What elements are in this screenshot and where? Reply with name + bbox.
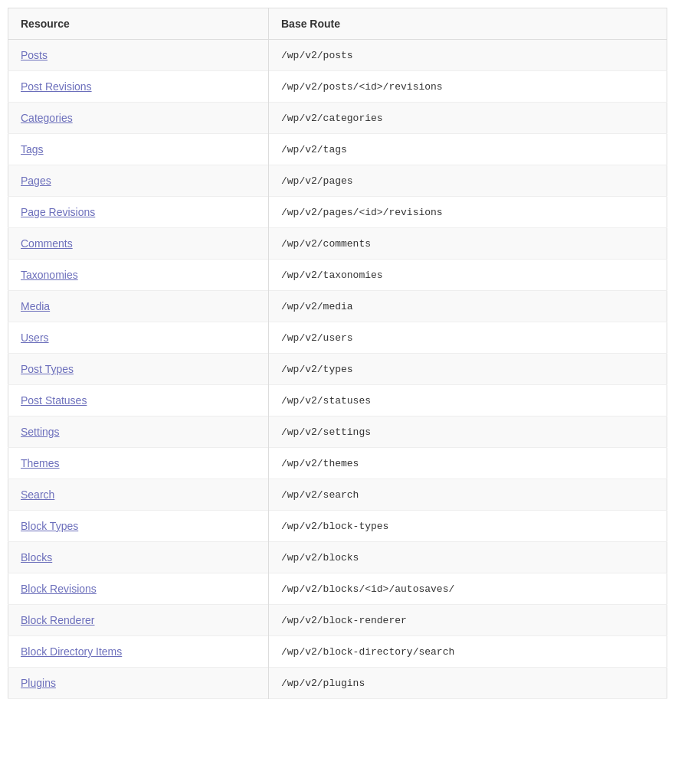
resource-link[interactable]: Search (21, 488, 54, 501)
route-cell: /wp/v2/types (269, 354, 667, 385)
route-cell: /wp/v2/plugins (269, 668, 667, 699)
table-row: Categories/wp/v2/categories (8, 103, 667, 134)
resource-cell: Block Directory Items (8, 636, 269, 668)
resource-link[interactable]: Post Revisions (21, 80, 92, 93)
resource-link[interactable]: Users (21, 332, 49, 344)
resource-cell: Tags (8, 134, 269, 165)
resource-link[interactable]: Post Statuses (21, 394, 87, 407)
resource-link[interactable]: Posts (21, 49, 48, 61)
resource-cell: Taxonomies (8, 260, 269, 291)
resource-cell: Search (8, 479, 269, 511)
resource-cell: Blocks (8, 542, 269, 573)
route-cell: /wp/v2/search (269, 479, 667, 511)
table-row: Block Revisions/wp/v2/blocks/<id>/autosa… (8, 573, 667, 605)
resource-link[interactable]: Pages (21, 175, 51, 187)
resource-column-header: Resource (8, 8, 269, 40)
table-row: Posts/wp/v2/posts (8, 40, 667, 71)
table-row: Plugins/wp/v2/plugins (8, 668, 667, 699)
table-row: Post Types/wp/v2/types (8, 354, 667, 385)
route-cell: /wp/v2/users (269, 322, 667, 354)
resource-link[interactable]: Themes (21, 457, 60, 469)
route-cell: /wp/v2/categories (269, 103, 667, 134)
resource-cell: Post Revisions (8, 71, 269, 103)
resource-link[interactable]: Blocks (21, 551, 52, 564)
route-cell: /wp/v2/posts/<id>/revisions (269, 71, 667, 103)
table-row: Page Revisions/wp/v2/pages/<id>/revision… (8, 197, 667, 228)
route-cell: /wp/v2/block-renderer (269, 605, 667, 636)
resource-cell: Comments (8, 228, 269, 260)
route-cell: /wp/v2/blocks/<id>/autosaves/ (269, 573, 667, 605)
resource-cell: Settings (8, 416, 269, 448)
resource-cell: Block Types (8, 511, 269, 542)
route-cell: /wp/v2/block-directory/search (269, 636, 667, 668)
table-header-row: Resource Base Route (8, 8, 667, 40)
resource-link[interactable]: Block Renderer (21, 614, 95, 626)
route-cell: /wp/v2/posts (269, 40, 667, 71)
table-row: Taxonomies/wp/v2/taxonomies (8, 260, 667, 291)
resource-link[interactable]: Block Revisions (21, 583, 97, 595)
route-cell: /wp/v2/media (269, 291, 667, 322)
resource-link[interactable]: Block Directory Items (21, 645, 122, 658)
table-row: Pages/wp/v2/pages (8, 165, 667, 197)
resource-link[interactable]: Plugins (21, 677, 56, 689)
resource-cell: Pages (8, 165, 269, 197)
table-row: Block Types/wp/v2/block-types (8, 511, 667, 542)
resource-cell: Users (8, 322, 269, 354)
route-cell: /wp/v2/tags (269, 134, 667, 165)
resource-cell: Post Types (8, 354, 269, 385)
resource-cell: Block Renderer (8, 605, 269, 636)
table-row: Blocks/wp/v2/blocks (8, 542, 667, 573)
table-row: Post Revisions/wp/v2/posts/<id>/revision… (8, 71, 667, 103)
table-row: Block Directory Items/wp/v2/block-direct… (8, 636, 667, 668)
resource-link[interactable]: Block Types (21, 520, 78, 532)
resource-cell: Themes (8, 448, 269, 479)
route-cell: /wp/v2/block-types (269, 511, 667, 542)
table-row: Block Renderer/wp/v2/block-renderer (8, 605, 667, 636)
resource-link[interactable]: Categories (21, 112, 73, 124)
resource-link[interactable]: Post Types (21, 363, 74, 375)
resource-cell: Block Revisions (8, 573, 269, 605)
resources-table: Resource Base Route Posts/wp/v2/postsPos… (8, 8, 667, 699)
resource-cell: Media (8, 291, 269, 322)
resource-link[interactable]: Taxonomies (21, 269, 78, 281)
route-cell: /wp/v2/themes (269, 448, 667, 479)
route-cell: /wp/v2/pages (269, 165, 667, 197)
resource-cell: Plugins (8, 668, 269, 699)
resource-cell: Posts (8, 40, 269, 71)
route-cell: /wp/v2/pages/<id>/revisions (269, 197, 667, 228)
resource-cell: Categories (8, 103, 269, 134)
resource-link[interactable]: Tags (21, 143, 44, 155)
api-reference-table: Resource Base Route Posts/wp/v2/postsPos… (0, 0, 675, 707)
route-cell: /wp/v2/blocks (269, 542, 667, 573)
table-row: Users/wp/v2/users (8, 322, 667, 354)
resource-link[interactable]: Media (21, 300, 50, 312)
resource-cell: Page Revisions (8, 197, 269, 228)
resource-cell: Post Statuses (8, 385, 269, 416)
table-row: Themes/wp/v2/themes (8, 448, 667, 479)
route-cell: /wp/v2/comments (269, 228, 667, 260)
route-cell: /wp/v2/statuses (269, 385, 667, 416)
base-route-column-header: Base Route (269, 8, 667, 40)
route-cell: /wp/v2/settings (269, 416, 667, 448)
table-row: Media/wp/v2/media (8, 291, 667, 322)
table-row: Comments/wp/v2/comments (8, 228, 667, 260)
resource-link[interactable]: Page Revisions (21, 206, 95, 218)
table-row: Tags/wp/v2/tags (8, 134, 667, 165)
table-row: Search/wp/v2/search (8, 479, 667, 511)
resource-link[interactable]: Comments (21, 237, 73, 250)
route-cell: /wp/v2/taxonomies (269, 260, 667, 291)
table-row: Post Statuses/wp/v2/statuses (8, 385, 667, 416)
table-row: Settings/wp/v2/settings (8, 416, 667, 448)
resource-link[interactable]: Settings (21, 426, 60, 438)
